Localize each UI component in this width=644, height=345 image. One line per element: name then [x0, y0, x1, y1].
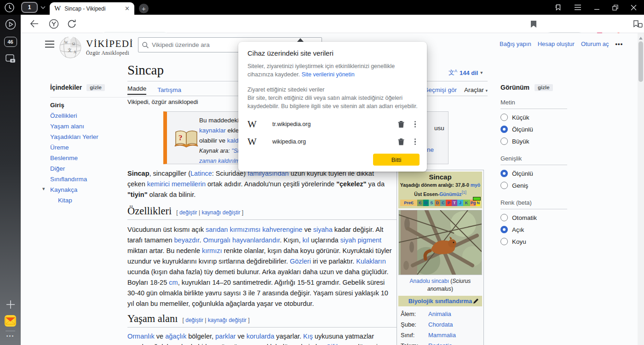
radio-option[interactable]: Geniş	[500, 179, 567, 191]
new-tab-button[interactable]: +	[139, 4, 149, 13]
tab-article[interactable]: Madde	[127, 85, 146, 95]
language-selector[interactable]: 文A 144 dil ▾	[448, 69, 483, 77]
taxonomy-value-link[interactable]: Mammalia	[428, 332, 456, 339]
reload-icon[interactable]	[67, 19, 77, 29]
timeline-segment[interactable]: PreЄ	[400, 200, 417, 206]
edit-source-link[interactable]: kaynağı değiştir	[201, 209, 240, 216]
taxonomy-value-link[interactable]: Animalia	[428, 310, 451, 317]
top-link[interactable]: Hesap oluştur	[538, 40, 575, 47]
toc-item[interactable]: Beslenme	[50, 155, 131, 165]
squirrel-photo[interactable]	[398, 210, 482, 275]
edit-pencil-icon[interactable]	[473, 298, 479, 304]
timeline-segment[interactable]: N	[476, 200, 480, 206]
radio-option[interactable]: Otomatik	[500, 212, 567, 224]
toc-item[interactable]: Kitap	[50, 197, 131, 207]
close-icon[interactable]	[631, 5, 637, 11]
wiki-menu-icon[interactable]	[45, 40, 55, 48]
radio-icon[interactable]	[500, 126, 508, 133]
back-icon[interactable]	[30, 20, 39, 28]
wikipedia-globe-logo[interactable]: W Ω 文 A	[58, 35, 82, 59]
toc-item[interactable]: ▾Kaynakça	[50, 186, 131, 197]
radio-option[interactable]: Ölçünlü	[500, 167, 567, 179]
radio-option[interactable]: Açık	[500, 224, 567, 236]
minimize-icon[interactable]	[594, 5, 600, 10]
restore-icon[interactable]	[612, 5, 618, 11]
tab-talk[interactable]: Tartışma	[157, 86, 181, 93]
edit-source-link[interactable]: kaynağı değiştir	[208, 317, 247, 323]
timeline-segment[interactable]: K	[463, 200, 470, 206]
play-panel-icon[interactable]	[0, 18, 21, 30]
manage-site-data-link[interactable]: Site verilerini yönetin	[301, 71, 354, 78]
top-link[interactable]: Oturum aç	[581, 40, 609, 47]
toc-hide-button[interactable]: gizle	[86, 84, 105, 91]
toc-item[interactable]: Üreme	[50, 144, 131, 155]
timeline-segment[interactable]: J	[457, 200, 463, 206]
mail-app-icon[interactable]	[0, 315, 21, 327]
taxonomy-row: Âlem:Animalia	[401, 309, 482, 319]
radio-option[interactable]: Küçük	[500, 111, 567, 123]
timeline-segment[interactable]: P	[446, 200, 451, 206]
tabs-chevron-icon[interactable]	[40, 6, 46, 9]
taxonomy-value-link[interactable]: Chordata	[428, 321, 453, 328]
radio-icon[interactable]	[500, 114, 508, 121]
timeline-segment[interactable]: O	[423, 200, 429, 206]
radio-icon[interactable]	[500, 182, 508, 189]
screenshot-icon[interactable]	[0, 54, 21, 64]
scrollbar[interactable]	[638, 33, 644, 345]
panels-icon[interactable]	[554, 4, 562, 11]
timeline-segment[interactable]: Pg	[470, 200, 477, 206]
timeline-segment[interactable]: C	[440, 200, 446, 206]
tab-counter[interactable]: 1	[21, 2, 38, 13]
toc-item[interactable]: Giriş	[50, 102, 131, 112]
chevron-down-icon[interactable]: ▾	[42, 186, 45, 192]
edit-link[interactable]: değiştir	[179, 209, 197, 216]
history-link[interactable]: Geçmişi gör	[424, 86, 457, 93]
key-icon[interactable]	[632, 20, 643, 29]
radio-option[interactable]: Büyük	[500, 135, 567, 147]
edit-link[interactable]: değiştir	[185, 317, 203, 323]
toc-item[interactable]: Yaşam alanı	[50, 123, 131, 133]
browser-tab[interactable]: W Sincap - Vikipedi ✕	[50, 2, 134, 15]
radio-icon[interactable]	[500, 214, 508, 221]
tools-menu[interactable]: Araçlar ▾	[464, 86, 488, 93]
sidebar-more-icon[interactable]: •••	[0, 333, 21, 339]
kebab-menu-icon[interactable]	[414, 138, 416, 146]
radio-option[interactable]: Koyu	[500, 236, 567, 247]
radio-icon[interactable]	[500, 138, 508, 145]
toc-item[interactable]: Özellikleri	[50, 112, 131, 123]
counter-badge[interactable]: 46	[0, 37, 21, 47]
taxonomy-value-link[interactable]: Rodentia	[428, 342, 452, 345]
radio-icon[interactable]	[500, 238, 508, 245]
timeline-segment[interactable]: T	[452, 200, 457, 206]
language-count: 144 dil	[460, 69, 478, 76]
trash-icon[interactable]	[398, 138, 404, 145]
timeline-segment[interactable]: S	[429, 200, 434, 206]
scroll-up-icon[interactable]	[639, 35, 643, 40]
tab-close-icon[interactable]: ✕	[125, 5, 130, 12]
classification-header[interactable]: Biyolojik sınıflandırma	[398, 296, 482, 306]
dialog-intro: Siteler, ziyaretinizi iyileştirmek için …	[247, 62, 420, 79]
add-panel-icon[interactable]	[0, 299, 21, 310]
timeline-segment[interactable]: D	[435, 200, 440, 206]
more-links-icon[interactable]: •••	[615, 40, 623, 47]
toc-item[interactable]: Sınıflandırma	[50, 176, 131, 186]
radio-option[interactable]: Ölçünlü	[500, 123, 567, 135]
browser-home-icon[interactable]	[49, 19, 59, 29]
toc-item[interactable]: Yaşadıkları Yerler	[50, 133, 131, 144]
wiki-wordmark[interactable]: VİKİPEDİ Özgür Ansiklopedi	[86, 38, 133, 56]
trash-icon[interactable]	[398, 121, 404, 128]
appearance-hide-button[interactable]: gizle	[535, 84, 553, 91]
radio-icon[interactable]	[500, 226, 508, 233]
kebab-menu-icon[interactable]	[414, 120, 416, 129]
bookmark-icon[interactable]	[530, 20, 537, 28]
history-clock-icon[interactable]	[4, 2, 15, 13]
taxonomy-label: Âlem:	[401, 310, 428, 317]
toc-item[interactable]: Diğer	[50, 165, 131, 176]
menu-icon[interactable]	[574, 5, 581, 10]
timeline-segment[interactable]: Є	[417, 200, 423, 206]
top-link[interactable]: Bağış yapın	[500, 40, 531, 47]
scrollbar-thumb[interactable]	[638, 41, 643, 82]
done-button[interactable]: Bitti	[373, 154, 420, 166]
radio-icon[interactable]	[500, 170, 508, 177]
fossil-range-2: Üst Eosen-Günümüz[1]	[399, 189, 481, 197]
